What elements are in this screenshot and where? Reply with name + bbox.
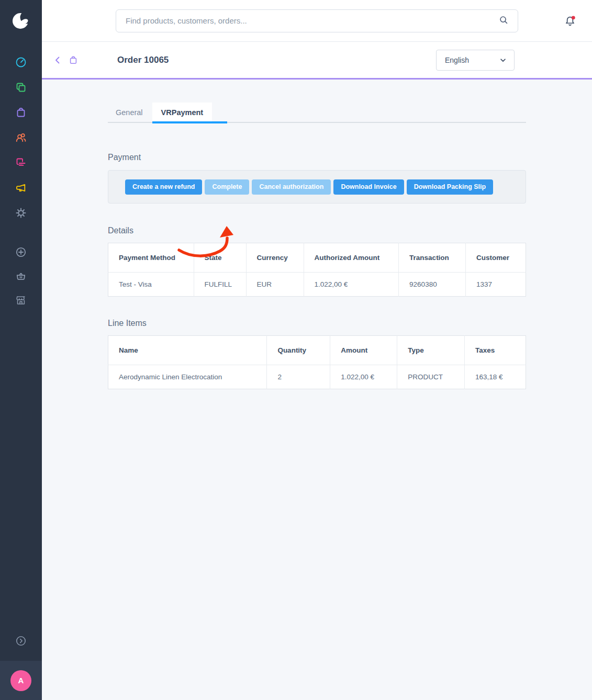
tab-general[interactable]: General [116,103,143,122]
content-area: General VRPayment Payment Create a new r… [42,80,592,700]
details-col-payment-method: Payment Method [108,243,194,273]
main-column: Order 10065 English General VRPayment Pa… [42,0,592,700]
chevron-right-circle-icon [15,635,27,647]
sidebar-user-strip: A [0,661,42,700]
plus-circle-icon [15,246,27,258]
tab-vrpayment[interactable]: VRPayment [152,103,213,122]
line-items-cell-name: Aerodynamic Linen Electrocation [108,365,267,389]
download-packing-slip-button[interactable]: Download Packing Slip [407,179,494,195]
sidebar-item-marketing[interactable] [15,182,27,194]
sidebar-secondary-nav [15,246,27,307]
people-icon [15,131,27,144]
details-table: Payment Method State Currency Authorized… [108,243,526,297]
smart-bar: Order 10065 English [42,42,592,80]
cancel-authorization-button[interactable]: Cancel authorization [252,179,331,195]
details-cell-customer: 1337 [466,273,526,297]
tab-vrpayment-label: VRPayment [161,108,204,117]
details-cell-transaction: 9260380 [399,273,466,297]
overlapping-squares-icon [15,81,27,94]
storefront-icon [15,294,27,307]
sidebar-main-nav [15,56,27,219]
payment-section-heading: Payment [108,153,526,162]
details-cell-currency: EUR [246,273,304,297]
details-cell-state: FULFILL [194,273,246,297]
details-col-state: State [194,243,246,273]
details-header-row: Payment Method State Currency Authorized… [108,243,526,273]
line-items-col-name: Name [108,336,267,365]
line-items-col-taxes: Taxes [465,336,526,365]
search-input[interactable] [125,16,498,26]
language-select[interactable]: English [436,50,515,71]
download-invoice-button[interactable]: Download Invoice [333,179,404,195]
sidebar: A [0,0,42,700]
line-items-cell-quantity: 2 [267,365,330,389]
chevron-down-icon [499,57,507,64]
shopping-bag-icon [15,106,27,119]
details-cell-payment-method: Test - Visa [108,273,194,297]
notification-dot [572,16,575,19]
line-items-col-type: Type [397,336,465,365]
line-items-cell-type: PRODUCT [397,365,465,389]
sidebar-item-settings[interactable] [15,207,27,219]
global-search[interactable] [116,9,518,32]
sidebar-item-extensions[interactable] [15,246,27,258]
shopping-bag-icon [68,55,79,65]
notifications-button[interactable] [563,15,577,28]
sidebar-item-storefront[interactable] [15,294,27,307]
bell-icon [563,15,577,28]
sidebar-item-orders[interactable] [15,106,27,119]
details-cell-authorized-amount: 1.022,00 € [304,273,399,297]
sidebar-item-customers[interactable] [15,131,27,144]
line-items-cell-taxes: 163,18 € [465,365,526,389]
shopware-logo[interactable] [0,0,42,42]
topbar [42,0,592,42]
chevron-left-icon [53,55,62,65]
back-button[interactable] [53,55,62,65]
language-select-value: English [445,56,499,64]
shopware-logo-icon [10,10,31,31]
complete-button[interactable]: Complete [205,179,249,195]
search-icon[interactable] [498,14,509,28]
line-items-table-row: Aerodynamic Linen Electrocation 2 1.022,… [108,365,526,389]
layout-lines-icon [15,156,27,169]
user-avatar[interactable]: A [10,670,31,691]
details-col-currency: Currency [246,243,304,273]
sidebar-expand-button[interactable] [15,635,27,647]
gauge-icon [15,56,27,69]
sidebar-item-content[interactable] [15,156,27,169]
basket-icon [15,270,27,283]
details-table-row: Test - Visa FULFILL EUR 1.022,00 € 92603… [108,273,526,297]
sidebar-item-products[interactable] [15,81,27,94]
active-tab-underline [152,121,227,123]
gear-icon [15,207,27,219]
line-items-table: Name Quantity Amount Type Taxes Aerodyna… [108,335,526,389]
line-items-col-quantity: Quantity [267,336,330,365]
details-col-transaction: Transaction [399,243,466,273]
create-refund-button[interactable]: Create a new refund [125,179,202,195]
line-items-header-row: Name Quantity Amount Type Taxes [108,336,526,365]
line-items-cell-amount: 1.022,00 € [330,365,397,389]
megaphone-icon [15,182,27,194]
sidebar-item-my-extensions[interactable] [15,270,27,283]
line-items-col-amount: Amount [330,336,397,365]
details-section-heading: Details [108,226,526,235]
tab-bar: General VRPayment [108,103,526,123]
page-title: Order 10065 [117,55,169,65]
order-module-icon [68,55,79,65]
payment-actions-panel: Create a new refund Complete Cancel auth… [108,170,526,204]
details-col-authorized-amount: Authorized Amount [304,243,399,273]
sidebar-item-dashboard[interactable] [15,56,27,69]
line-items-section-heading: Line Items [108,319,526,328]
details-col-customer: Customer [466,243,526,273]
